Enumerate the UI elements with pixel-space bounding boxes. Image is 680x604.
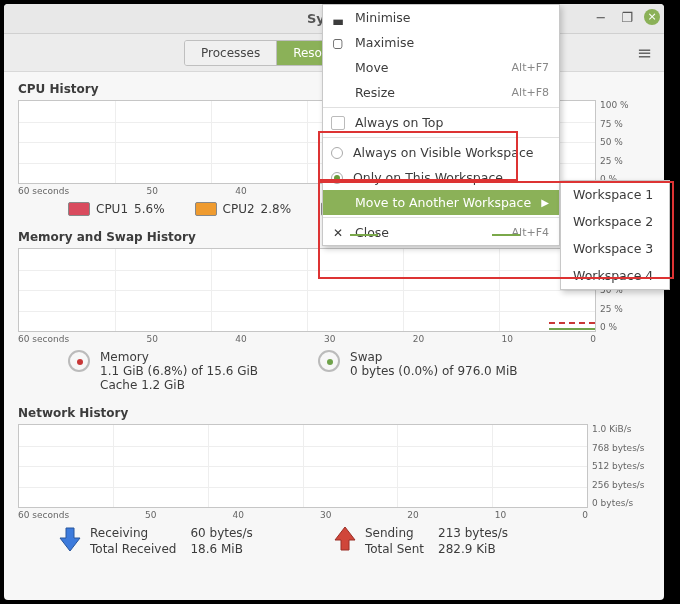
mem-x-axis: 60 seconds50403020100 bbox=[18, 334, 596, 344]
submenu-workspace-2[interactable]: Workspace 2 bbox=[561, 208, 669, 235]
submenu-workspace-3[interactable]: Workspace 3 bbox=[561, 235, 669, 262]
menu-close[interactable]: ✕CloseAlt+F4 bbox=[323, 220, 559, 245]
net-receiving[interactable]: Receiving60 bytes/s Total Received18.6 M… bbox=[58, 526, 253, 556]
swatch-icon bbox=[195, 202, 217, 216]
restore-button[interactable]: ❐ bbox=[618, 8, 636, 26]
upload-arrow-icon bbox=[333, 526, 357, 552]
mem-chart bbox=[18, 248, 596, 332]
net-section-title: Network History bbox=[18, 406, 650, 420]
cpu-legend-item[interactable]: CPU15.6% bbox=[68, 202, 165, 216]
radio-icon bbox=[331, 172, 343, 184]
close-icon: ✕ bbox=[331, 226, 345, 240]
menu-move[interactable]: MoveAlt+F7 bbox=[323, 55, 559, 80]
cpu-legend-item[interactable]: CPU22.8% bbox=[195, 202, 292, 216]
menu-only-this-workspace[interactable]: Only on This Workspace bbox=[323, 165, 559, 190]
menu-minimise[interactable]: ▃Minimise bbox=[323, 5, 559, 30]
checkbox-icon bbox=[331, 116, 345, 130]
cpu-y-axis: 100 %75 %50 %25 %0 % bbox=[600, 100, 650, 184]
close-button[interactable]: × bbox=[644, 9, 660, 25]
swap-gauge[interactable]: Swap 0 bytes (0.0%) of 976.0 MiB bbox=[318, 350, 517, 392]
maximise-icon: ▢ bbox=[331, 36, 345, 50]
window-context-menu: ▃Minimise ▢Maximise MoveAlt+F7 ResizeAlt… bbox=[322, 4, 560, 246]
workspace-submenu: Workspace 1 Workspace 2 Workspace 3 Work… bbox=[560, 180, 670, 290]
tab-underline bbox=[350, 234, 378, 236]
net-sending[interactable]: Sending213 bytes/s Total Sent282.9 KiB bbox=[333, 526, 508, 556]
menu-always-visible-workspace[interactable]: Always on Visible Workspace bbox=[323, 140, 559, 165]
swatch-icon bbox=[68, 202, 90, 216]
tab-processes[interactable]: Processes bbox=[185, 41, 277, 65]
submenu-workspace-4[interactable]: Workspace 4 bbox=[561, 262, 669, 289]
submenu-workspace-1[interactable]: Workspace 1 bbox=[561, 181, 669, 208]
hamburger-menu-icon[interactable]: ≡ bbox=[637, 42, 652, 63]
gauge-icon bbox=[68, 350, 90, 372]
radio-icon bbox=[331, 147, 343, 159]
minimise-icon: ▃ bbox=[331, 11, 345, 25]
net-chart bbox=[18, 424, 588, 508]
gauge-icon bbox=[318, 350, 340, 372]
net-y-axis: 1.0 KiB/s768 bytes/s512 bytes/s256 bytes… bbox=[592, 424, 650, 508]
menu-always-on-top[interactable]: Always on Top bbox=[323, 110, 559, 135]
net-x-axis: 60 seconds50403020100 bbox=[18, 510, 588, 520]
minimise-button[interactable]: − bbox=[592, 8, 610, 26]
menu-resize[interactable]: ResizeAlt+F8 bbox=[323, 80, 559, 105]
menu-maximise[interactable]: ▢Maximise bbox=[323, 30, 559, 55]
menu-move-to-workspace[interactable]: Move to Another Workspace▶ bbox=[323, 190, 559, 215]
chevron-right-icon: ▶ bbox=[541, 197, 549, 208]
memory-gauge[interactable]: Memory 1.1 GiB (6.8%) of 15.6 GiB Cache … bbox=[68, 350, 258, 392]
download-arrow-icon bbox=[58, 526, 82, 552]
tab-underline bbox=[492, 234, 520, 236]
